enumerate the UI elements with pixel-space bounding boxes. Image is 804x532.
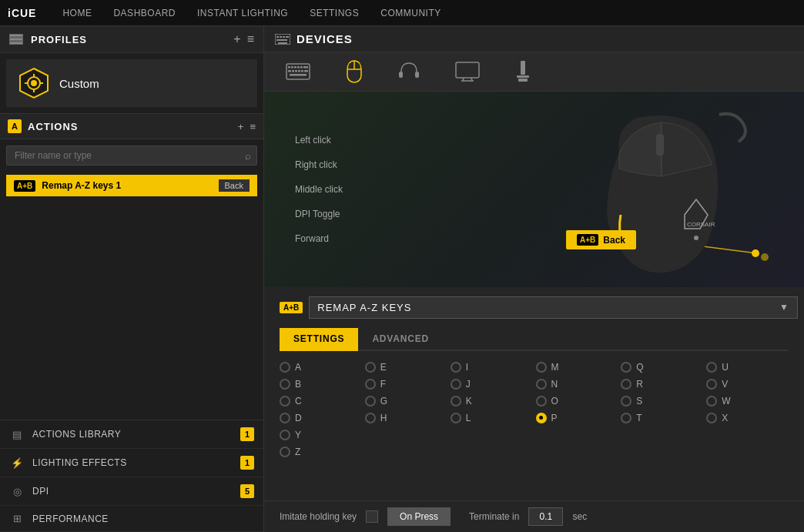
active-button-label: Back (603, 235, 625, 246)
performance-label: PERFORMANCE (32, 514, 254, 524)
key-option-r[interactable]: R (621, 379, 703, 390)
key-radio-p[interactable] (536, 413, 547, 423)
key-radio-l[interactable] (451, 413, 461, 423)
tab-settings[interactable]: SETTINGS (280, 328, 358, 351)
key-col-qt: Q R S T (621, 362, 703, 423)
active-button-badge: A+B (577, 234, 598, 246)
profile-card[interactable]: Custom (6, 59, 257, 107)
key-option-d[interactable]: D (280, 413, 362, 423)
key-radio-t[interactable] (621, 413, 631, 423)
key-option-j[interactable]: J (451, 379, 533, 390)
key-radio-r[interactable] (621, 379, 631, 390)
key-label-b: B (295, 379, 301, 390)
key-radio-m[interactable] (536, 362, 547, 373)
actions-controls: + ≡ (238, 121, 256, 132)
profiles-menu-button[interactable]: ≡ (247, 32, 254, 46)
imitate-checkbox[interactable] (366, 510, 378, 523)
key-radio-v[interactable] (706, 379, 717, 390)
key-option-t[interactable]: T (621, 413, 703, 423)
terminate-input[interactable] (528, 507, 563, 526)
key-option-y[interactable]: Y (280, 430, 362, 440)
actions-library-label: ACTIONS LIBRARY (32, 429, 240, 440)
tab-advanced[interactable]: ADVANCED (358, 328, 443, 351)
remap-row: A+B REMAP A-Z KEYS ▼ (280, 296, 789, 319)
key-radio-h[interactable] (365, 413, 376, 423)
device-monitor[interactable] (449, 59, 486, 85)
key-option-m[interactable]: M (536, 362, 618, 373)
key-option-o[interactable]: O (536, 396, 618, 407)
section-lighting-effects[interactable]: ⚡ LIGHTING EFFECTS 1 (0, 449, 263, 477)
key-radio-g[interactable] (365, 396, 376, 407)
key-option-s[interactable]: S (621, 396, 703, 407)
key-radio-i[interactable] (451, 362, 461, 373)
search-input[interactable] (6, 146, 257, 166)
key-option-w[interactable]: W (706, 396, 789, 407)
key-radio-z[interactable] (280, 447, 290, 457)
key-option-n[interactable]: N (536, 379, 618, 390)
key-option-q[interactable]: Q (621, 362, 703, 373)
key-radio-x[interactable] (706, 413, 717, 423)
actions-menu-button[interactable]: ≡ (250, 121, 256, 132)
key-radio-w[interactable] (706, 396, 717, 407)
action-item[interactable]: A+B Remap A-Z keys 1 Back (6, 175, 257, 196)
key-radio-e[interactable] (365, 362, 376, 373)
profile-icon (9, 34, 23, 45)
key-option-c[interactable]: C (280, 396, 362, 407)
key-radio-u[interactable] (706, 362, 717, 373)
key-option-p[interactable]: P (536, 413, 618, 423)
key-option-h[interactable]: H (365, 413, 447, 423)
key-option-u[interactable]: U (706, 362, 789, 373)
key-option-z[interactable]: Z (280, 447, 362, 457)
key-radio-d[interactable] (280, 413, 290, 423)
key-radio-s[interactable] (621, 396, 631, 407)
nav-home[interactable]: HOME (52, 0, 102, 26)
key-radio-j[interactable] (451, 379, 461, 390)
key-radio-y[interactable] (280, 430, 290, 440)
nav-dashboard[interactable]: DASHBOARD (102, 0, 186, 26)
section-dpi[interactable]: ◎ DPI 5 (0, 477, 263, 506)
key-radio-q[interactable] (621, 362, 631, 373)
key-radio-k[interactable] (451, 396, 461, 407)
mouse-button-right-click[interactable]: Right click (280, 153, 358, 176)
key-radio-b[interactable] (280, 379, 290, 390)
nav-settings[interactable]: SETTINGS (299, 0, 370, 26)
section-performance[interactable]: ⊞ PERFORMANCE (0, 506, 263, 532)
dpi-icon: ◎ (9, 486, 25, 497)
key-radio-o[interactable] (536, 396, 547, 407)
mouse-button-left-click[interactable]: Left click (280, 129, 358, 152)
key-option-k[interactable]: K (451, 396, 533, 407)
add-profile-button[interactable]: + (233, 32, 240, 46)
add-action-button[interactable]: + (238, 121, 244, 132)
key-option-x[interactable]: X (706, 413, 789, 423)
on-press-button[interactable]: On Press (387, 507, 451, 526)
nav-instant-lighting[interactable]: INSTANT LIGHTING (186, 0, 299, 26)
svg-rect-2 (10, 42, 22, 44)
device-mouse[interactable] (340, 57, 369, 86)
mouse-button-middle-click[interactable]: Middle click (280, 178, 358, 201)
key-option-l[interactable]: L (451, 413, 533, 423)
mouse-button-forward[interactable]: Forward (280, 227, 358, 250)
lighting-effects-count: 1 (240, 456, 254, 470)
key-option-b[interactable]: B (280, 379, 362, 390)
key-option-g[interactable]: G (365, 396, 447, 407)
key-option-a[interactable]: A (280, 362, 362, 373)
nav-community[interactable]: COMMUNITY (370, 0, 452, 26)
key-option-v[interactable]: V (706, 379, 789, 390)
key-option-i[interactable]: I (451, 362, 533, 373)
key-option-e[interactable]: E (365, 362, 447, 373)
device-stand[interactable] (509, 57, 537, 86)
mouse-button-dpi-toggle[interactable]: DPI Toggle (280, 202, 358, 226)
key-radio-a[interactable] (280, 362, 290, 373)
svg-rect-19 (291, 66, 293, 69)
key-radio-n[interactable] (536, 379, 547, 390)
remap-select[interactable]: REMAP A-Z KEYS (309, 296, 798, 319)
key-option-f[interactable]: F (365, 379, 447, 390)
svg-rect-30 (290, 74, 307, 76)
device-headset[interactable] (392, 58, 426, 85)
config-tabs: SETTINGS ADVANCED (280, 328, 789, 351)
section-actions-library[interactable]: ▤ ACTIONS LIBRARY 1 (0, 420, 263, 449)
device-keyboard[interactable] (280, 60, 317, 83)
profiles-header: PROFILES + ≡ (0, 26, 263, 53)
key-radio-f[interactable] (365, 379, 376, 390)
key-radio-c[interactable] (280, 396, 290, 407)
